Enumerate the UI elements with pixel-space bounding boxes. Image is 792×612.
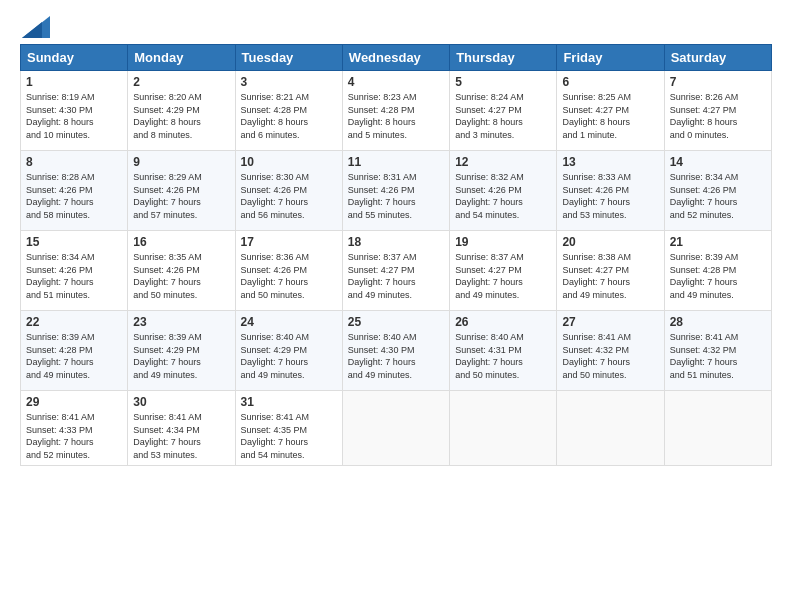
- day-number: 19: [455, 235, 551, 249]
- calendar-cell: 23Sunrise: 8:39 AM Sunset: 4:29 PM Dayli…: [128, 311, 235, 391]
- day-number: 2: [133, 75, 229, 89]
- day-info: Sunrise: 8:28 AM Sunset: 4:26 PM Dayligh…: [26, 171, 122, 221]
- day-info: Sunrise: 8:20 AM Sunset: 4:29 PM Dayligh…: [133, 91, 229, 141]
- day-info: Sunrise: 8:40 AM Sunset: 4:31 PM Dayligh…: [455, 331, 551, 381]
- svg-marker-1: [22, 22, 42, 38]
- day-info: Sunrise: 8:41 AM Sunset: 4:35 PM Dayligh…: [241, 411, 337, 461]
- header-row: SundayMondayTuesdayWednesdayThursdayFrid…: [21, 45, 772, 71]
- calendar-cell: 24Sunrise: 8:40 AM Sunset: 4:29 PM Dayli…: [235, 311, 342, 391]
- calendar-cell: 31Sunrise: 8:41 AM Sunset: 4:35 PM Dayli…: [235, 391, 342, 466]
- day-info: Sunrise: 8:36 AM Sunset: 4:26 PM Dayligh…: [241, 251, 337, 301]
- calendar-cell: 26Sunrise: 8:40 AM Sunset: 4:31 PM Dayli…: [450, 311, 557, 391]
- logo: [20, 16, 50, 34]
- day-number: 4: [348, 75, 444, 89]
- calendar-cell: 20Sunrise: 8:38 AM Sunset: 4:27 PM Dayli…: [557, 231, 664, 311]
- day-number: 11: [348, 155, 444, 169]
- day-info: Sunrise: 8:41 AM Sunset: 4:32 PM Dayligh…: [562, 331, 658, 381]
- day-number: 6: [562, 75, 658, 89]
- day-info: Sunrise: 8:41 AM Sunset: 4:32 PM Dayligh…: [670, 331, 766, 381]
- day-number: 1: [26, 75, 122, 89]
- day-info: Sunrise: 8:31 AM Sunset: 4:26 PM Dayligh…: [348, 171, 444, 221]
- calendar-cell: 14Sunrise: 8:34 AM Sunset: 4:26 PM Dayli…: [664, 151, 771, 231]
- week-row-3: 15Sunrise: 8:34 AM Sunset: 4:26 PM Dayli…: [21, 231, 772, 311]
- calendar-cell: 3Sunrise: 8:21 AM Sunset: 4:28 PM Daylig…: [235, 71, 342, 151]
- header: [20, 16, 772, 34]
- day-number: 18: [348, 235, 444, 249]
- day-number: 28: [670, 315, 766, 329]
- calendar-cell: 9Sunrise: 8:29 AM Sunset: 4:26 PM Daylig…: [128, 151, 235, 231]
- calendar-cell: 13Sunrise: 8:33 AM Sunset: 4:26 PM Dayli…: [557, 151, 664, 231]
- week-row-4: 22Sunrise: 8:39 AM Sunset: 4:28 PM Dayli…: [21, 311, 772, 391]
- day-number: 5: [455, 75, 551, 89]
- day-number: 25: [348, 315, 444, 329]
- day-info: Sunrise: 8:40 AM Sunset: 4:30 PM Dayligh…: [348, 331, 444, 381]
- calendar-cell: 8Sunrise: 8:28 AM Sunset: 4:26 PM Daylig…: [21, 151, 128, 231]
- week-row-2: 8Sunrise: 8:28 AM Sunset: 4:26 PM Daylig…: [21, 151, 772, 231]
- day-info: Sunrise: 8:30 AM Sunset: 4:26 PM Dayligh…: [241, 171, 337, 221]
- day-number: 21: [670, 235, 766, 249]
- day-info: Sunrise: 8:23 AM Sunset: 4:28 PM Dayligh…: [348, 91, 444, 141]
- calendar-cell: 19Sunrise: 8:37 AM Sunset: 4:27 PM Dayli…: [450, 231, 557, 311]
- day-number: 9: [133, 155, 229, 169]
- day-info: Sunrise: 8:40 AM Sunset: 4:29 PM Dayligh…: [241, 331, 337, 381]
- day-number: 14: [670, 155, 766, 169]
- day-number: 27: [562, 315, 658, 329]
- calendar-table: SundayMondayTuesdayWednesdayThursdayFrid…: [20, 44, 772, 466]
- column-header-friday: Friday: [557, 45, 664, 71]
- day-number: 31: [241, 395, 337, 409]
- logo-icon: [22, 16, 50, 38]
- day-info: Sunrise: 8:21 AM Sunset: 4:28 PM Dayligh…: [241, 91, 337, 141]
- calendar-cell: 29Sunrise: 8:41 AM Sunset: 4:33 PM Dayli…: [21, 391, 128, 466]
- calendar-cell: 25Sunrise: 8:40 AM Sunset: 4:30 PM Dayli…: [342, 311, 449, 391]
- calendar-cell: 10Sunrise: 8:30 AM Sunset: 4:26 PM Dayli…: [235, 151, 342, 231]
- day-info: Sunrise: 8:34 AM Sunset: 4:26 PM Dayligh…: [26, 251, 122, 301]
- calendar-cell: 15Sunrise: 8:34 AM Sunset: 4:26 PM Dayli…: [21, 231, 128, 311]
- day-number: 23: [133, 315, 229, 329]
- day-info: Sunrise: 8:29 AM Sunset: 4:26 PM Dayligh…: [133, 171, 229, 221]
- calendar-cell: 2Sunrise: 8:20 AM Sunset: 4:29 PM Daylig…: [128, 71, 235, 151]
- calendar-cell: 11Sunrise: 8:31 AM Sunset: 4:26 PM Dayli…: [342, 151, 449, 231]
- column-header-wednesday: Wednesday: [342, 45, 449, 71]
- day-number: 10: [241, 155, 337, 169]
- calendar-cell: [342, 391, 449, 466]
- column-header-saturday: Saturday: [664, 45, 771, 71]
- day-info: Sunrise: 8:24 AM Sunset: 4:27 PM Dayligh…: [455, 91, 551, 141]
- calendar-cell: 5Sunrise: 8:24 AM Sunset: 4:27 PM Daylig…: [450, 71, 557, 151]
- calendar-cell: 6Sunrise: 8:25 AM Sunset: 4:27 PM Daylig…: [557, 71, 664, 151]
- calendar-cell: 27Sunrise: 8:41 AM Sunset: 4:32 PM Dayli…: [557, 311, 664, 391]
- day-info: Sunrise: 8:19 AM Sunset: 4:30 PM Dayligh…: [26, 91, 122, 141]
- column-header-tuesday: Tuesday: [235, 45, 342, 71]
- day-number: 3: [241, 75, 337, 89]
- day-number: 15: [26, 235, 122, 249]
- calendar-cell: 16Sunrise: 8:35 AM Sunset: 4:26 PM Dayli…: [128, 231, 235, 311]
- day-number: 13: [562, 155, 658, 169]
- column-header-monday: Monday: [128, 45, 235, 71]
- day-number: 16: [133, 235, 229, 249]
- calendar-cell: [557, 391, 664, 466]
- calendar-cell: [664, 391, 771, 466]
- day-number: 8: [26, 155, 122, 169]
- day-info: Sunrise: 8:39 AM Sunset: 4:28 PM Dayligh…: [670, 251, 766, 301]
- week-row-5: 29Sunrise: 8:41 AM Sunset: 4:33 PM Dayli…: [21, 391, 772, 466]
- day-info: Sunrise: 8:38 AM Sunset: 4:27 PM Dayligh…: [562, 251, 658, 301]
- day-number: 17: [241, 235, 337, 249]
- day-info: Sunrise: 8:26 AM Sunset: 4:27 PM Dayligh…: [670, 91, 766, 141]
- day-info: Sunrise: 8:25 AM Sunset: 4:27 PM Dayligh…: [562, 91, 658, 141]
- day-number: 22: [26, 315, 122, 329]
- calendar-cell: 30Sunrise: 8:41 AM Sunset: 4:34 PM Dayli…: [128, 391, 235, 466]
- week-row-1: 1Sunrise: 8:19 AM Sunset: 4:30 PM Daylig…: [21, 71, 772, 151]
- calendar-cell: 17Sunrise: 8:36 AM Sunset: 4:26 PM Dayli…: [235, 231, 342, 311]
- day-number: 29: [26, 395, 122, 409]
- day-info: Sunrise: 8:34 AM Sunset: 4:26 PM Dayligh…: [670, 171, 766, 221]
- day-number: 12: [455, 155, 551, 169]
- calendar-cell: 7Sunrise: 8:26 AM Sunset: 4:27 PM Daylig…: [664, 71, 771, 151]
- day-info: Sunrise: 8:39 AM Sunset: 4:28 PM Dayligh…: [26, 331, 122, 381]
- calendar-cell: 21Sunrise: 8:39 AM Sunset: 4:28 PM Dayli…: [664, 231, 771, 311]
- column-header-sunday: Sunday: [21, 45, 128, 71]
- day-info: Sunrise: 8:37 AM Sunset: 4:27 PM Dayligh…: [455, 251, 551, 301]
- day-number: 20: [562, 235, 658, 249]
- calendar-cell: 1Sunrise: 8:19 AM Sunset: 4:30 PM Daylig…: [21, 71, 128, 151]
- calendar-cell: 22Sunrise: 8:39 AM Sunset: 4:28 PM Dayli…: [21, 311, 128, 391]
- day-info: Sunrise: 8:37 AM Sunset: 4:27 PM Dayligh…: [348, 251, 444, 301]
- day-info: Sunrise: 8:41 AM Sunset: 4:34 PM Dayligh…: [133, 411, 229, 461]
